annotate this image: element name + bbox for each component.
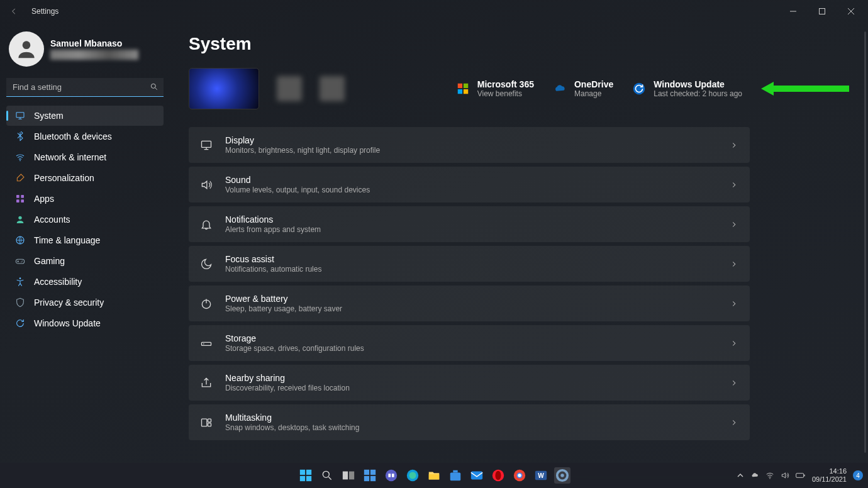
- sidebar-item-network[interactable]: Network & internet: [6, 147, 164, 167]
- tray-chevron-icon[interactable]: [737, 472, 744, 479]
- brush-icon: [15, 173, 25, 183]
- tray-onedrive-icon[interactable]: [750, 471, 759, 480]
- profile-card[interactable]: Samuel Mbanaso: [6, 29, 164, 73]
- sidebar-item-label: Gaming: [34, 256, 65, 266]
- svg-rect-23: [464, 89, 468, 94]
- svg-rect-38: [429, 474, 440, 479]
- settings-row-storage[interactable]: StorageStorage space, drives, configurat…: [189, 325, 750, 361]
- taskbar-mail-icon[interactable]: [469, 467, 485, 484]
- update-icon: [15, 318, 25, 328]
- profile-name: Samuel Mbanaso: [50, 38, 138, 48]
- sidebar-item-apps[interactable]: Apps: [6, 189, 164, 209]
- taskbar-explorer-icon[interactable]: [426, 467, 442, 484]
- moon-icon: [200, 258, 213, 270]
- svg-point-35: [386, 470, 397, 481]
- taskbar-taskview-icon[interactable]: [340, 467, 357, 484]
- svg-point-37: [409, 472, 416, 479]
- settings-row-sound[interactable]: SoundVolume levels, output, input, sound…: [189, 167, 750, 202]
- apps-icon: [15, 194, 25, 204]
- scrollbar[interactable]: [864, 31, 866, 453]
- row-subtitle: Snap windows, desktops, task switching: [225, 423, 359, 432]
- sidebar-item-system[interactable]: System: [6, 106, 164, 126]
- svg-rect-52: [804, 475, 804, 477]
- minimize-button[interactable]: [779, 1, 808, 21]
- sidebar-item-accessibility[interactable]: Accessibility: [6, 272, 164, 292]
- settings-row-power[interactable]: Power & batterySleep, battery usage, bat…: [189, 286, 750, 321]
- svg-rect-30: [349, 472, 354, 480]
- sidebar-item-label: Apps: [34, 194, 54, 204]
- sidebar-item-bluetooth[interactable]: Bluetooth & devices: [6, 126, 164, 147]
- close-button[interactable]: [837, 1, 865, 21]
- row-title: Display: [225, 135, 380, 145]
- chevron-right-icon: [730, 220, 738, 229]
- globe-icon: [15, 235, 25, 245]
- windows-update-subtitle: Last checked: 2 hours ago: [654, 89, 742, 98]
- svg-rect-34: [370, 476, 376, 481]
- onedrive-title: OneDrive: [574, 79, 613, 89]
- taskbar-start-icon[interactable]: [298, 467, 314, 484]
- taskbar-word-icon[interactable]: W: [533, 467, 549, 484]
- taskbar-edge-icon[interactable]: [404, 467, 421, 484]
- search-input[interactable]: [6, 78, 164, 97]
- settings-row-display[interactable]: DisplayMonitors, brightness, night light…: [189, 127, 750, 163]
- bell-icon: [200, 218, 213, 231]
- sidebar-item-label: Personalization: [34, 173, 94, 183]
- sidebar-item-update[interactable]: Windows Update: [6, 313, 164, 333]
- settings-row-nearby[interactable]: Nearby sharingDiscoverability, received …: [189, 365, 750, 401]
- power-icon: [200, 297, 213, 310]
- tray-clock[interactable]: 14:16 09/11/2021: [812, 467, 847, 483]
- m365-card[interactable]: Microsoft 365 View benefits: [456, 79, 534, 98]
- avatar: [9, 31, 44, 67]
- search-box[interactable]: [6, 78, 164, 97]
- pc-thumbnail[interactable]: [189, 68, 259, 109]
- tray-notification-badge[interactable]: 4: [853, 470, 863, 480]
- taskbar-widgets-icon[interactable]: [362, 467, 378, 484]
- sound-icon: [200, 179, 213, 191]
- row-subtitle: Notifications, automatic rules: [225, 265, 321, 274]
- taskbar-settings-icon[interactable]: [554, 467, 570, 484]
- tray-wifi-icon[interactable]: [765, 471, 774, 480]
- chevron-right-icon: [730, 299, 738, 308]
- back-button[interactable]: [6, 4, 21, 19]
- svg-rect-39: [450, 472, 461, 480]
- m365-icon: [456, 82, 470, 96]
- taskbar-search-icon[interactable]: [319, 467, 335, 484]
- maximize-button[interactable]: [808, 1, 837, 21]
- svg-rect-21: [464, 84, 468, 88]
- taskbar-store-icon[interactable]: [447, 467, 464, 484]
- search-icon: [150, 82, 159, 91]
- taskbar: W 14:16 09/11/2021 4: [0, 463, 868, 488]
- settings-row-multitask[interactable]: MultitaskingSnap windows, desktops, task…: [189, 404, 750, 440]
- windows-update-card[interactable]: Windows Update Last checked: 2 hours ago: [632, 79, 742, 98]
- sidebar-item-gaming[interactable]: Gaming: [6, 251, 164, 271]
- taskbar-opera-icon[interactable]: [490, 467, 506, 484]
- sidebar-item-accounts[interactable]: Accounts: [6, 209, 164, 230]
- row-title: Focus assist: [225, 254, 321, 264]
- settings-row-focus[interactable]: Focus assistNotifications, automatic rul…: [189, 246, 750, 282]
- taskbar-chat-icon[interactable]: [383, 467, 399, 484]
- sidebar-item-label: Time & language: [34, 235, 100, 245]
- svg-point-43: [495, 471, 501, 480]
- accessibility-icon: [15, 277, 25, 287]
- tray-volume-icon[interactable]: [781, 471, 789, 480]
- sidebar-item-time[interactable]: Time & language: [6, 230, 164, 250]
- sidebar-item-label: System: [34, 111, 64, 121]
- svg-rect-27: [300, 476, 305, 481]
- tray-battery-icon[interactable]: [796, 471, 806, 480]
- shield-icon: [15, 297, 25, 308]
- sidebar-item-label: Privacy & security: [34, 297, 104, 308]
- row-title: Sound: [225, 175, 370, 185]
- row-subtitle: Storage space, drives, configuration rul…: [225, 344, 364, 353]
- taskbar-chrome-icon[interactable]: [511, 467, 528, 484]
- sidebar-item-privacy[interactable]: Privacy & security: [6, 292, 164, 313]
- annotation-arrow: [761, 80, 849, 97]
- sidebar-item-label: Accounts: [34, 214, 70, 225]
- main-content: System Microsoft 365 View benefits OneDr…: [170, 23, 868, 463]
- svg-rect-51: [796, 474, 804, 478]
- onedrive-card[interactable]: OneDrive Manage: [553, 79, 613, 98]
- sidebar-item-personalization[interactable]: Personalization: [6, 168, 164, 188]
- sidebar-item-label: Accessibility: [34, 277, 82, 287]
- row-title: Nearby sharing: [225, 373, 350, 383]
- profile-email-blurred: [50, 50, 138, 60]
- settings-row-notifications[interactable]: NotificationsAlerts from apps and system: [189, 206, 750, 242]
